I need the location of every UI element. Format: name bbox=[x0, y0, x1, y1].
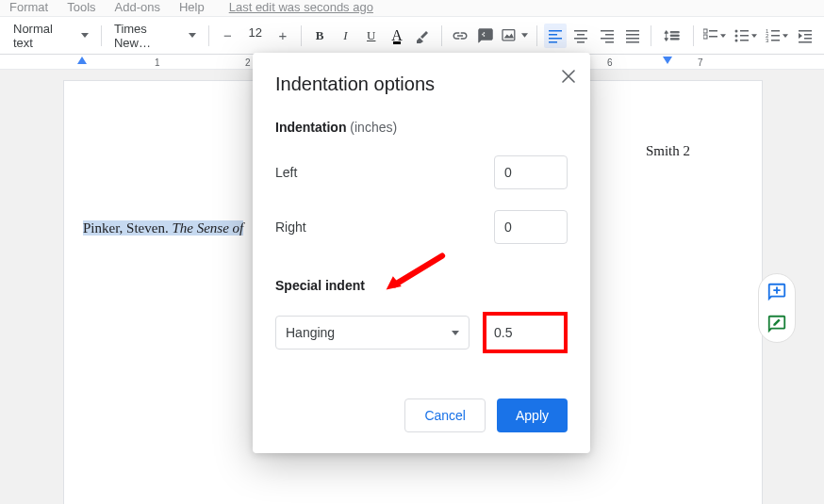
close-icon bbox=[562, 70, 575, 83]
close-button[interactable] bbox=[562, 70, 575, 83]
chevron-down-icon bbox=[452, 331, 459, 335]
indentation-options-dialog: Indentation options Indentation (inches)… bbox=[253, 53, 590, 453]
special-indent-value: Hanging bbox=[286, 325, 335, 340]
special-indent-label: Special indent bbox=[275, 278, 568, 293]
left-indent-input[interactable] bbox=[494, 155, 568, 189]
special-indent-dropdown[interactable]: Hanging bbox=[275, 316, 470, 350]
dialog-title: Indentation options bbox=[275, 73, 568, 95]
left-indent-label: Left bbox=[275, 165, 297, 180]
indentation-section-label: Indentation (inches) bbox=[275, 120, 568, 135]
right-indent-label: Right bbox=[275, 219, 306, 235]
apply-button[interactable]: Apply bbox=[497, 398, 568, 432]
right-indent-input[interactable] bbox=[494, 210, 568, 244]
special-indent-amount-input[interactable]: 0.5 bbox=[483, 312, 568, 353]
cancel-button[interactable]: Cancel bbox=[404, 398, 486, 432]
